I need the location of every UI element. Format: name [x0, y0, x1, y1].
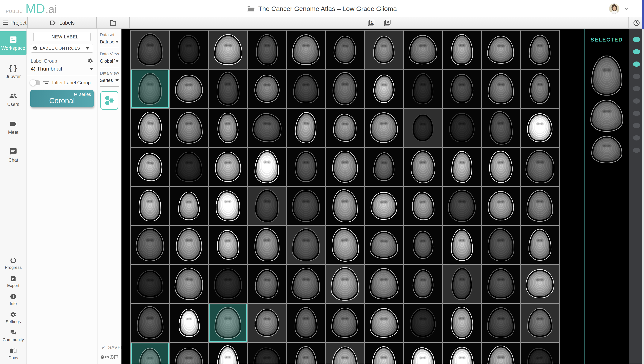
- mri-thumbnail[interactable]: [131, 304, 169, 342]
- mouse-icon[interactable]: [100, 354, 105, 360]
- mri-thumbnail[interactable]: [326, 70, 364, 108]
- mri-thumbnail[interactable]: [248, 304, 286, 342]
- selected-thumbnail[interactable]: [590, 100, 623, 132]
- series-dot-active[interactable]: [633, 37, 640, 42]
- mri-thumbnail[interactable]: [170, 148, 208, 186]
- mri-thumbnail[interactable]: [482, 343, 520, 363]
- mri-thumbnail[interactable]: [287, 343, 325, 363]
- mri-thumbnail[interactable]: [404, 109, 442, 147]
- mri-thumbnail[interactable]: [404, 70, 442, 108]
- sidebar-item-chat[interactable]: Chat: [0, 144, 26, 167]
- mri-thumbnail[interactable]: [365, 304, 403, 342]
- chevron-down-icon[interactable]: [624, 6, 629, 11]
- mri-thumbnail[interactable]: [131, 187, 169, 225]
- sidebar-item-docs[interactable]: Docs: [0, 345, 26, 363]
- series-dot[interactable]: [633, 98, 640, 104]
- sidebar-item-info[interactable]: Info: [0, 291, 26, 309]
- mri-thumbnail[interactable]: [521, 343, 559, 363]
- mri-thumbnail[interactable]: [404, 304, 442, 342]
- mri-thumbnail[interactable]: [521, 187, 559, 225]
- mri-thumbnail[interactable]: [209, 31, 247, 69]
- sidebar-item-workspace[interactable]: Workspace: [0, 31, 26, 55]
- page-scrollbar[interactable]: [642, 0, 644, 364]
- sidebar-item-progress[interactable]: Progress: [0, 254, 26, 273]
- mri-thumbnail[interactable]: [443, 31, 481, 69]
- mri-thumbnail[interactable]: [209, 265, 247, 303]
- mri-thumbnail[interactable]: [482, 31, 520, 69]
- mri-thumbnail[interactable]: [326, 304, 364, 342]
- mri-thumbnail[interactable]: [482, 70, 520, 108]
- mri-thumbnail[interactable]: [248, 343, 286, 363]
- keyboard-icon[interactable]: [105, 354, 110, 360]
- sidebar-item-jupyter[interactable]: { }Jupyter: [0, 60, 26, 83]
- mri-thumbnail[interactable]: [209, 304, 247, 342]
- data-view-select[interactable]: Global T...: [100, 58, 119, 64]
- label-group-select[interactable]: 4) Thumbnail: [27, 66, 97, 72]
- mri-thumbnail[interactable]: [170, 304, 208, 342]
- mri-thumbnail[interactable]: [131, 70, 169, 108]
- mri-thumbnail[interactable]: [365, 148, 403, 186]
- mri-thumbnail[interactable]: [443, 109, 481, 147]
- mri-thumbnail[interactable]: [287, 304, 325, 342]
- mri-thumbnail[interactable]: [248, 265, 286, 303]
- mri-thumbnail[interactable]: [482, 304, 520, 342]
- mri-thumbnail[interactable]: [287, 265, 325, 303]
- selected-thumbnail[interactable]: [592, 56, 622, 96]
- mri-thumbnail[interactable]: [326, 109, 364, 147]
- clock-icon[interactable]: [633, 19, 640, 27]
- feedback-chat-icon[interactable]: [114, 354, 118, 360]
- mri-thumbnail[interactable]: [482, 226, 520, 264]
- dataset-select[interactable]: Dataset: [100, 39, 119, 45]
- mri-thumbnail[interactable]: [365, 70, 403, 108]
- mri-thumbnail[interactable]: [443, 148, 481, 186]
- mri-thumbnail[interactable]: [404, 265, 442, 303]
- mri-thumbnail[interactable]: [521, 226, 559, 264]
- mri-thumbnail[interactable]: [326, 265, 364, 303]
- series-dot[interactable]: [633, 86, 640, 91]
- mri-thumbnail[interactable]: [482, 187, 520, 225]
- mri-thumbnail[interactable]: [287, 148, 325, 186]
- series-dot-active[interactable]: [633, 62, 640, 67]
- mri-thumbnail[interactable]: [170, 31, 208, 69]
- mri-thumbnail[interactable]: [326, 343, 364, 363]
- mri-thumbnail[interactable]: [209, 226, 247, 264]
- mri-thumbnail[interactable]: [443, 187, 481, 225]
- mri-thumbnail[interactable]: [521, 31, 559, 69]
- mri-thumbnail[interactable]: [404, 343, 442, 363]
- mri-thumbnail[interactable]: [365, 265, 403, 303]
- select-single-icon[interactable]: 1: [367, 19, 375, 27]
- mri-thumbnail[interactable]: [209, 148, 247, 186]
- mri-thumbnail[interactable]: [365, 343, 403, 363]
- mri-thumbnail[interactable]: [404, 31, 442, 69]
- sidebar-item-community[interactable]: Community: [0, 327, 26, 345]
- mri-thumbnail[interactable]: [482, 109, 520, 147]
- series-dot-active[interactable]: [633, 49, 640, 54]
- mri-thumbnail[interactable]: [248, 187, 286, 225]
- mri-thumbnail[interactable]: [170, 343, 208, 363]
- mri-thumbnail[interactable]: [248, 226, 286, 264]
- data-view-scope-select[interactable]: Series: [100, 78, 119, 83]
- mri-thumbnail[interactable]: [326, 31, 364, 69]
- mri-thumbnail[interactable]: [521, 265, 559, 303]
- filter-label-group-toggle[interactable]: [30, 80, 40, 85]
- mri-thumbnail[interactable]: [287, 109, 325, 147]
- mri-thumbnail[interactable]: [482, 148, 520, 186]
- label-controls-dropdown[interactable]: [82, 47, 93, 50]
- mri-thumbnail[interactable]: [131, 109, 169, 147]
- mri-thumbnail[interactable]: [365, 187, 403, 225]
- mri-thumbnail[interactable]: [287, 187, 325, 225]
- mri-thumbnail[interactable]: [248, 70, 286, 108]
- mri-thumbnail[interactable]: [209, 187, 247, 225]
- mri-thumbnail[interactable]: [365, 31, 403, 69]
- hamburger-menu-icon[interactable]: [3, 21, 8, 25]
- tab-labels[interactable]: Labels: [28, 17, 97, 29]
- help-icon[interactable]: ?: [110, 354, 114, 360]
- selected-thumbnail[interactable]: [592, 136, 622, 163]
- mri-thumbnail[interactable]: [443, 343, 481, 363]
- mri-thumbnail[interactable]: [326, 148, 364, 186]
- series-dot[interactable]: [633, 123, 640, 128]
- mri-thumbnail[interactable]: [365, 226, 403, 264]
- mri-thumbnail[interactable]: [209, 70, 247, 108]
- mri-thumbnail[interactable]: [248, 31, 286, 69]
- tab-project[interactable]: Project: [0, 17, 28, 29]
